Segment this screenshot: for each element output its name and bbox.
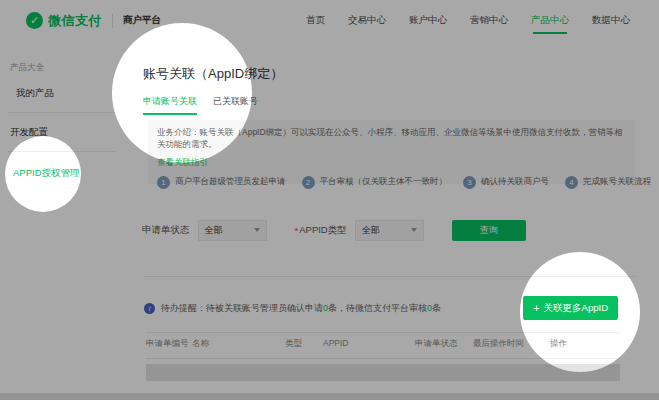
business-intro-panel: 业务介绍：账号关联（AppID绑定）可以实现在公众号、小程序、移动应用、企业微信…	[148, 120, 635, 184]
page-title: 账号关联（AppID绑定）	[143, 65, 283, 83]
step-2: 2 平台审核（仅关联主体不一致时）	[302, 176, 448, 189]
steps-row: 1 商户平台超级管理员发起申请 2 平台审核（仅关联主体不一致时） 3 确认待关…	[157, 176, 626, 189]
sidebar-section-dev-config[interactable]: 开发配置	[10, 126, 48, 139]
section-divider	[143, 276, 635, 277]
step-2-badge: 2	[302, 176, 315, 189]
status-filter-label: 申请单状态	[142, 224, 190, 237]
main-content: 账号关联（AppID绑定） 申请账号关联 已关联账号 业务介绍：账号关联（App…	[118, 41, 659, 393]
add-appid-button-label: 关联更多AppID	[544, 302, 608, 315]
col-application-no: 申请单编号	[146, 338, 192, 350]
step-3-label: 确认待关联商户号	[481, 176, 549, 188]
sidebar-divider	[8, 151, 116, 152]
tab-associated-accounts[interactable]: 已关联账号	[213, 95, 258, 115]
required-asterisk: *	[295, 225, 299, 236]
plus-icon: +	[533, 303, 539, 314]
step-1-label: 商户平台超级管理员发起申请	[175, 176, 286, 188]
association-guide-link[interactable]: 查看关联指引	[157, 157, 208, 169]
step-1-badge: 1	[157, 176, 170, 189]
nav-item-marketing[interactable]: 营销中心	[469, 10, 509, 31]
nav-item-home[interactable]: 首页	[305, 10, 326, 31]
col-status: 申请单状态	[415, 338, 473, 350]
step-2-label: 平台审核（仅关联主体不一致时）	[320, 176, 448, 188]
info-icon: i	[144, 303, 155, 314]
col-last-op-time: 最后操作时间	[473, 338, 550, 350]
filter-row: 申请单状态 全部 * APPID类型 全部 查询	[142, 219, 635, 241]
top-nav: 首页 交易中心 账户中心 营销中心 产品中心 数据中心	[305, 0, 631, 41]
tab-apply-association[interactable]: 申请账号关联	[143, 95, 197, 115]
step-4: 4 完成账号关联流程	[565, 176, 651, 189]
chevron-down-icon	[411, 228, 417, 232]
col-operation: 操作	[550, 338, 620, 350]
screen: ✓ 微信支付 商户平台 首页 交易中心 账户中心 营销中心 产品中心 数据中心 …	[0, 0, 659, 400]
step-3-badge: 3	[463, 176, 476, 189]
table-top-divider	[146, 332, 620, 333]
todo-notice-row: i 待办提醒：待被关联账号管理员确认申请0条，待微信支付平台审核0条 + 关联更…	[144, 295, 618, 321]
col-name: 名称	[192, 338, 285, 350]
top-header: ✓ 微信支付 商户平台 首页 交易中心 账户中心 营销中心 产品中心 数据中心	[0, 0, 659, 42]
logo-divider	[112, 14, 113, 28]
wechat-pay-logo-icon: ✓	[26, 12, 43, 29]
empty-table-row	[146, 364, 620, 381]
table-header-divider	[146, 358, 620, 359]
notice-part1: 待办提醒：待被关联账号管理员确认申请	[161, 303, 323, 313]
chevron-down-icon	[254, 228, 260, 232]
step-4-label: 完成账号关联流程	[583, 176, 651, 188]
page-background: ✓ 微信支付 商户平台 首页 交易中心 账户中心 营销中心 产品中心 数据中心 …	[0, 0, 659, 393]
col-appid: APPID	[323, 338, 415, 350]
notice-part3: 条	[432, 303, 441, 313]
add-appid-button[interactable]: + 关联更多AppID	[523, 296, 618, 320]
sidebar-item-appid-management[interactable]: APPID授权管理	[13, 167, 80, 180]
nav-item-transactions[interactable]: 交易中心	[347, 10, 387, 31]
nav-item-data[interactable]: 数据中心	[591, 10, 631, 31]
nav-item-account[interactable]: 账户中心	[408, 10, 448, 31]
step-1: 1 商户平台超级管理员发起申请	[157, 176, 286, 189]
business-intro-text: 业务介绍：账号关联（AppID绑定）可以实现在公众号、小程序、移动应用、企业微信…	[157, 126, 626, 151]
logo-text: 微信支付	[48, 12, 102, 30]
sidebar-section-products: 产品大全	[10, 62, 44, 74]
step-3: 3 确认待关联商户号	[463, 176, 549, 189]
table-header-row: 申请单编号 名称 类型 APPID 申请单状态 最后操作时间 操作	[146, 338, 620, 350]
query-button[interactable]: 查询	[452, 220, 526, 241]
sidebar-item-my-products[interactable]: 我的产品	[16, 87, 54, 100]
status-filter-select[interactable]: 全部	[198, 220, 267, 241]
sidebar: 产品大全 我的产品 开发配置 APPID授权管理	[0, 41, 119, 393]
type-filter-label: APPID类型	[299, 224, 347, 237]
notice-part2: 条，待微信支付平台审核	[328, 303, 427, 313]
spotlight-patch	[133, 40, 230, 43]
nav-item-products[interactable]: 产品中心	[530, 10, 570, 31]
type-filter-value: 全部	[362, 224, 411, 237]
merchant-platform-label: 商户平台	[123, 14, 161, 27]
col-type: 类型	[285, 338, 323, 350]
status-filter-value: 全部	[205, 224, 254, 237]
sidebar-divider	[8, 112, 116, 113]
tab-bar: 申请账号关联 已关联账号	[143, 95, 258, 115]
type-filter-select[interactable]: 全部	[355, 220, 424, 241]
todo-notice-text: 待办提醒：待被关联账号管理员确认申请0条，待微信支付平台审核0条	[161, 302, 441, 315]
logo[interactable]: ✓ 微信支付 商户平台	[26, 0, 161, 41]
step-4-badge: 4	[565, 176, 578, 189]
